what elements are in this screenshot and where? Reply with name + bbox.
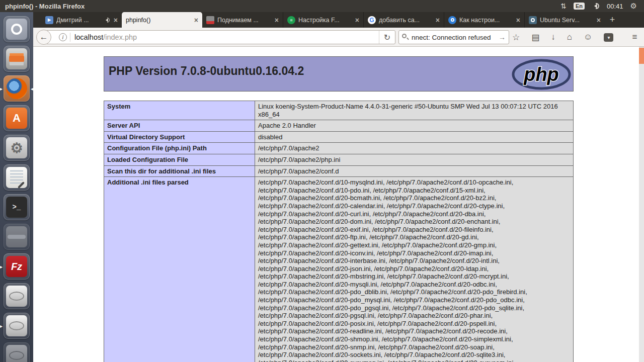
firefox-icon [6, 78, 27, 99]
launcher-item-dash[interactable] [4, 16, 30, 42]
launcher-item-disk-1[interactable] [4, 283, 30, 309]
table-row: Loaded Configuration File /etc/php/7.0/a… [104, 154, 574, 165]
system-tray: ⇅ En 00:41 ⚙ [560, 2, 644, 11]
tab-ubuntu-server[interactable]: Ubuntu Serv... × [524, 12, 605, 28]
php-version-title: PHP Version 7.0.8-0ubuntu0.16.04.2 [104, 57, 573, 78]
search-go-icon[interactable]: → [499, 33, 506, 41]
tab-label: Дмитрий ... [56, 17, 101, 24]
row-label: Server API [104, 120, 255, 132]
launcher-item-firefox[interactable]: ▸ ◂ [4, 75, 30, 102]
table-row: System Linux koenig-System-Product-Name … [104, 101, 574, 120]
tab-label: Поднимаем ... [217, 17, 272, 24]
divider [70, 33, 70, 42]
window-title: phpinfo() - Mozilla Firefox [0, 3, 560, 10]
back-button[interactable]: ← [36, 30, 51, 45]
focused-indicator: ◂ [31, 86, 33, 92]
table-row: Server API Apache 2.0 Handler [104, 120, 574, 132]
launcher-item-disk-2[interactable]: ▸ [4, 313, 30, 339]
phpinfo-container: PHP Version 7.0.8-0ubuntu0.16.04.2 php S… [104, 56, 574, 362]
navigation-toolbar: ← i localhost/index.php ↻ → ☆ ▤ ↓ ⌂ ☺ ▾ … [33, 28, 644, 47]
digitalocean-favicon [448, 16, 456, 24]
tab-close-button[interactable]: × [516, 16, 520, 24]
url-text[interactable]: localhost/index.php [74, 33, 379, 41]
ubuntu-software-icon: A [6, 108, 27, 129]
launcher-item-terminal[interactable]: >_ [4, 194, 30, 220]
text-editor-icon [6, 167, 27, 188]
php-logo-text: php [523, 64, 559, 85]
tab-close-button[interactable]: × [194, 16, 198, 24]
tab-phpinfo-active[interactable]: phpinfo() × [122, 12, 202, 28]
tab-kak-nastroit[interactable]: Как настрои... × [444, 12, 524, 28]
terminal-icon: >_ [6, 197, 27, 218]
tab-podnimaem[interactable]: Поднимаем ... × [202, 12, 283, 28]
launcher-item-disk-busy[interactable] [4, 224, 30, 250]
url-host: localhost [74, 33, 103, 41]
table-row: Configuration File (php.ini) Path /etc/p… [104, 143, 574, 154]
google-favicon: G [368, 16, 376, 24]
running-indicator: ▸ [0, 86, 3, 92]
home-icon[interactable]: ⌂ [567, 32, 572, 42]
search-input[interactable] [412, 34, 499, 41]
launcher-item-settings[interactable]: ⚙ [4, 135, 30, 161]
row-label: Scan this dir for additional .ini files [104, 165, 255, 177]
table-row: Virtual Directory Support disabled [104, 131, 574, 143]
hamburger-menu-icon[interactable]: ≡ [632, 32, 637, 42]
clock[interactable]: 00:41 [607, 3, 623, 10]
tab-dobavit[interactable]: G добавить са... × [363, 12, 444, 28]
row-value: /etc/php/7.0/apache2/conf.d/10-mysqlnd.i… [255, 177, 574, 362]
scrollbar-thumb[interactable] [639, 48, 644, 64]
tab-close-button[interactable]: × [436, 16, 440, 24]
launcher-item-texteditor[interactable] [4, 164, 30, 191]
reload-button[interactable]: ↻ [379, 31, 395, 44]
unity-launcher: ▸ ◂ A ⚙ >_ ▸ Fz ▸ [0, 12, 33, 362]
tab-close-button[interactable]: × [597, 16, 601, 24]
hard-disk-icon [6, 345, 27, 362]
running-indicator: ▸ [0, 264, 3, 269]
row-label: Additional .ini files parsed [104, 177, 255, 362]
keyboard-indicator-icon[interactable]: ⇅ [560, 2, 567, 10]
keyboard-layout-badge[interactable]: En [574, 3, 585, 10]
new-tab-button[interactable]: + [605, 12, 620, 28]
disk-busy-icon [6, 226, 27, 247]
askubuntu-favicon [529, 16, 537, 24]
launcher-item-filezilla[interactable]: ▸ Fz [4, 253, 30, 280]
volume-icon[interactable] [592, 3, 600, 10]
green-site-favicon: ≡ [287, 16, 295, 24]
url-bar[interactable]: i localhost/index.php ↻ [44, 30, 395, 44]
site-info-icon[interactable]: i [59, 33, 67, 41]
scrollbar-track[interactable] [639, 47, 644, 362]
row-value: Linux koenig-System-Product-Name 4.4.0-3… [255, 101, 574, 120]
tab-bar: ▶ Дмитрий ... × phpinfo() × Поднимаем ..… [33, 12, 644, 28]
pocket-icon[interactable]: ▾ [604, 33, 613, 42]
row-value: disabled [255, 131, 574, 143]
url-path: /index.php [103, 33, 137, 41]
bookmarks-menu-icon[interactable]: ▤ [531, 32, 539, 43]
tab-close-button[interactable]: × [355, 16, 359, 24]
launcher-item-software[interactable]: A [4, 105, 30, 131]
search-bar[interactable]: → [398, 30, 509, 44]
files-icon [6, 48, 27, 69]
tab-audio-icon[interactable] [104, 17, 111, 23]
tab-close-button[interactable]: × [114, 16, 118, 24]
session-gear-icon[interactable]: ⚙ [630, 2, 637, 11]
hard-disk-icon [6, 286, 27, 307]
toolbar-buttons: ☆ ▤ ↓ ⌂ ☺ ▾ ≡ [512, 28, 637, 47]
hard-disk-icon [6, 315, 27, 336]
tab-video[interactable]: ▶ Дмитрий ... × [41, 12, 122, 28]
launcher-item-disk-3[interactable] [4, 342, 30, 362]
row-value: Apache 2.0 Handler [255, 120, 574, 132]
row-value: /etc/php/7.0/apache2/conf.d [255, 165, 574, 177]
launcher-item-files[interactable] [4, 46, 30, 72]
page-content: PHP Version 7.0.8-0ubuntu0.16.04.2 php S… [33, 47, 644, 362]
tab-label: Настройка F... [298, 17, 352, 24]
tab-nastroika[interactable]: ≡ Настройка F... × [283, 12, 363, 28]
hello-smiley-icon[interactable]: ☺ [584, 32, 592, 42]
bookmark-star-icon[interactable]: ☆ [512, 32, 520, 43]
tab-label: добавить са... [379, 17, 433, 24]
downloads-icon[interactable]: ↓ [551, 32, 555, 42]
tab-label: Ubuntu Serv... [540, 17, 594, 24]
tab-close-button[interactable]: × [275, 16, 279, 24]
ubuntu-dash-icon [6, 19, 27, 40]
cms-site-favicon [206, 16, 214, 24]
row-label: System [104, 101, 255, 120]
